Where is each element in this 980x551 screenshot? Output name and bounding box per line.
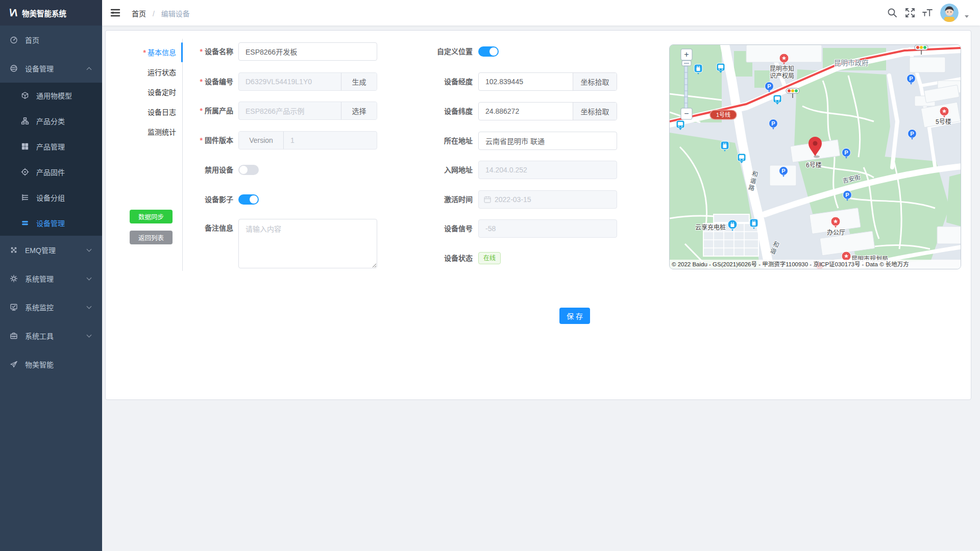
product-group: 选择 <box>238 102 377 120</box>
sidebar-item-home[interactable]: 首页 <box>0 26 102 54</box>
svg-text:1号线: 1号线 <box>716 111 730 118</box>
breadcrumb-separator: / <box>153 10 155 18</box>
device-serial-input <box>239 73 341 90</box>
device-shadow-toggle[interactable] <box>238 194 259 205</box>
avatar[interactable] <box>940 4 959 22</box>
search-icon[interactable] <box>887 7 898 18</box>
field-label: 自定义位置 <box>371 42 473 61</box>
svg-text:P: P <box>910 131 914 137</box>
required-mark: * <box>200 78 203 86</box>
required-mark: * <box>200 136 203 144</box>
device-list-icon <box>21 219 29 227</box>
sidebar-collapse-icon[interactable] <box>110 8 120 18</box>
sidebar-item-product-firmware[interactable]: 产品固件 <box>0 159 102 185</box>
avatar-image <box>940 4 959 22</box>
toggle-knob <box>489 47 498 56</box>
sidebar-item-label: EMQ管理 <box>25 245 56 255</box>
field-label: *设备编号 <box>126 72 233 91</box>
sidebar-item-device-group[interactable]: 设备分组 <box>0 185 102 210</box>
fullscreen-icon[interactable] <box>904 7 916 18</box>
sidebar-item-label: 系统管理 <box>25 273 54 284</box>
sidebar-item-device-mgmt[interactable]: 设备管理 <box>0 54 102 83</box>
svg-text:P: P <box>767 83 771 89</box>
form-row-device-shadow: 设备影子 <box>126 190 259 209</box>
form-row-network-address: 入网地址 <box>371 161 617 179</box>
activation-time-value: 2022-03-15 <box>495 195 531 204</box>
emq-arrows-icon <box>10 246 18 254</box>
sidebar-item-label: 产品分类 <box>36 116 65 126</box>
disable-device-toggle[interactable] <box>238 165 259 175</box>
app-title: 物美智能系统 <box>22 8 66 18</box>
sidebar-item-label: 产品管理 <box>36 141 65 152</box>
field-label: 激活时间 <box>371 190 473 209</box>
zoom-in-glyph: + <box>684 50 689 59</box>
sitemap-icon <box>21 117 29 125</box>
sidebar-item-product-mgmt[interactable]: 产品管理 <box>0 134 102 159</box>
field-label: 设备影子 <box>126 190 233 209</box>
baidu-map[interactable]: 1号线 P P P P P P <box>669 44 961 269</box>
field-label: 所在地址 <box>371 132 473 150</box>
address-input[interactable] <box>478 132 617 150</box>
grid-icon <box>21 142 29 151</box>
status-badge: 在线 <box>478 252 501 264</box>
device-mgmt-submenu: 通用物模型 产品分类 产品管理 产品固件 设备分组 设备管理 <box>0 83 102 236</box>
device-serial-group: 生成 <box>238 72 377 91</box>
device-group-icon <box>21 193 29 202</box>
sidebar-item-wumei[interactable]: 物美智能 <box>0 350 102 379</box>
activation-time-input: 2022-03-15 <box>478 190 617 209</box>
cube-icon <box>21 91 29 99</box>
form-row-remark: 备注信息 <box>126 219 377 268</box>
firmware-version-prefix: Version <box>239 132 284 149</box>
form-row-device-name: *设备名称 <box>126 42 377 61</box>
sidebar-item-system-monitor[interactable]: 系统监控 <box>0 293 102 321</box>
required-mark: * <box>200 47 203 56</box>
zoom-out-glyph: − <box>684 109 689 118</box>
pick-coordinate-button[interactable]: 坐标拾取 <box>573 73 617 90</box>
form-row-custom-location: 自定义位置 <box>371 42 499 61</box>
calendar-icon <box>484 196 491 203</box>
toolbox-icon <box>10 332 18 340</box>
custom-location-toggle[interactable] <box>478 46 499 57</box>
longitude-input[interactable] <box>479 73 573 90</box>
font-size-icon[interactable] <box>922 7 933 18</box>
chevron-down-icon <box>87 275 92 280</box>
sidebar-item-device-list[interactable]: 设备管理 <box>0 210 102 236</box>
form-row-product: *所属产品 选择 <box>126 102 377 120</box>
remark-textarea[interactable] <box>238 219 377 268</box>
breadcrumb: 首页 / 编辑设备 <box>132 8 190 18</box>
pick-coordinate-button[interactable]: 坐标拾取 <box>573 103 617 120</box>
sidebar-item-product-category[interactable]: 产品分类 <box>0 108 102 134</box>
map-canvas[interactable]: 1号线 P P P P P P <box>670 45 961 269</box>
breadcrumb-home[interactable]: 首页 <box>132 10 146 18</box>
app-logo-icon: \Λ <box>9 7 17 19</box>
latitude-input[interactable] <box>479 103 573 120</box>
product-input <box>239 102 341 119</box>
sidebar-item-thing-model[interactable]: 通用物模型 <box>0 83 102 108</box>
chevron-down-icon <box>87 332 92 337</box>
edit-device-panel: *基本信息 运行状态 设备定时 设备日志 监测统计 数据同步 返回列表 *设备名… <box>105 30 971 400</box>
form-row-address: 所在地址 <box>371 132 617 150</box>
svg-text:P: P <box>845 192 849 198</box>
latitude-group: 坐标拾取 <box>478 102 617 120</box>
save-button[interactable]: 保 存 <box>559 308 590 324</box>
avatar-caret-icon[interactable] <box>965 15 969 18</box>
firmware-group: Version <box>238 131 377 149</box>
sidebar: \Λ 物美智能系统 首页 设备管理 通用物模型 产品分类 产品管理 <box>0 0 102 551</box>
app-logo[interactable]: \Λ 物美智能系统 <box>0 0 102 26</box>
longitude-group: 坐标拾取 <box>478 72 617 91</box>
paper-plane-icon <box>10 360 18 368</box>
sidebar-item-label: 设备管理 <box>36 218 65 228</box>
field-label: 设备经度 <box>371 72 473 91</box>
field-label: *固件版本 <box>126 131 233 149</box>
sidebar-item-label: 系统监控 <box>25 302 54 312</box>
sidebar-item-system-mgmt[interactable]: 系统管理 <box>0 264 102 293</box>
sidebar-item-label: 通用物模型 <box>36 90 72 101</box>
field-label: 入网地址 <box>371 161 473 179</box>
field-label: 设备信号 <box>371 219 473 238</box>
sidebar-item-emq[interactable]: EMQ管理 <box>0 236 102 264</box>
dashboard-icon <box>10 36 18 44</box>
device-name-input[interactable] <box>238 42 377 61</box>
sidebar-item-label: 设备分组 <box>36 192 65 203</box>
sidebar-item-system-tools[interactable]: 系统工具 <box>0 321 102 350</box>
sidebar-item-label: 首页 <box>25 35 39 45</box>
